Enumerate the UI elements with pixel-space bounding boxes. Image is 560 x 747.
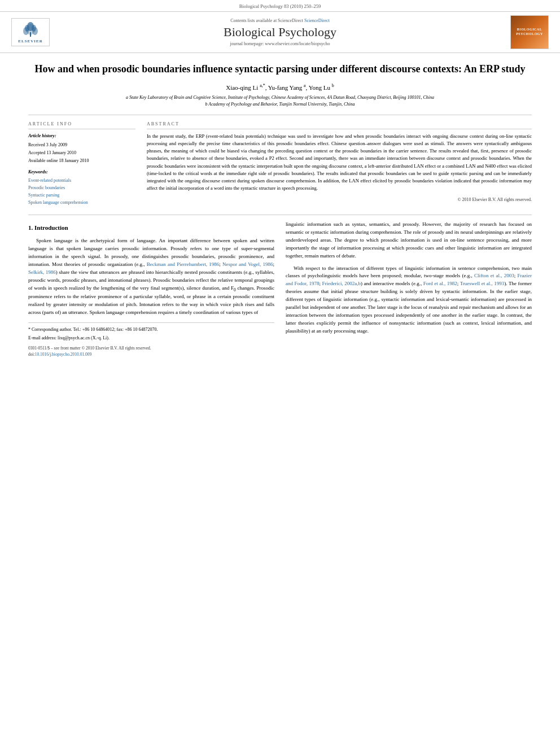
divider-top (28, 115, 532, 115)
authors-line: Xiao-qing Li a,*, Yu-fang Yang a, Yong L… (28, 83, 532, 91)
body-left-para1: Spoken language is the archetypical form… (28, 237, 274, 317)
footnotes-section: * Corresponding author. Tel.: +86 10 648… (28, 322, 274, 358)
elsevier-wordmark: ELSEVIER (18, 39, 42, 43)
journal-homepage-url: journal homepage: www.elsevier.com/locat… (50, 41, 510, 46)
svg-point-6 (32, 25, 36, 32)
journal-center-header: Contents lists available at ScienceDirec… (50, 18, 510, 46)
body-right-para1: linguistic information such as syntax, s… (286, 221, 532, 260)
article-info-label: ARTICLE INFO (28, 121, 135, 129)
ref-friederici[interactable]: Friederici, 2002a,b (322, 281, 361, 286)
publisher-bar: ELSEVIER Contents lists available at Sci… (0, 12, 560, 53)
ref-ford[interactable]: Ford et al., 1982 (423, 281, 457, 286)
body-columns: 1. Introduction Spoken language is the a… (28, 221, 532, 357)
keyword-3: Syntactic parsing (28, 192, 135, 199)
divider-mid (28, 215, 532, 215)
article-title: How and when prosodic boundaries influen… (28, 62, 532, 76)
abstract-text: In the present study, the ERP (event-rel… (147, 133, 532, 192)
abstract-label: ABSTRACT (147, 121, 532, 129)
keyword-2: Prosodic boundaries (28, 185, 135, 191)
received-date: Received 3 July 2009 (28, 142, 135, 148)
article-history-label: Article history: (28, 133, 135, 139)
affiliation-a: a State Key Laboratory of Brain and Cogn… (28, 94, 532, 101)
article-info-abstract: ARTICLE INFO Article history: Received 3… (28, 121, 532, 207)
affiliations: a State Key Laboratory of Brain and Cogn… (28, 94, 532, 108)
footnote-email: E-mail address: lixq@psych.ac.cn (X.-q. … (28, 335, 274, 342)
biopsych-logo: BIOLOGICALPSYCHOLOGY (510, 15, 549, 49)
biopsych-logo-text: BIOLOGICALPSYCHOLOGY (516, 28, 543, 37)
journal-title-large: Biological Psychology (50, 25, 510, 40)
ref-selkirk[interactable]: Selkirk, 1986 (28, 269, 56, 275)
sciencedirect-notice: Contents lists available at ScienceDirec… (50, 18, 510, 23)
keyword-1: Event-related potentials (28, 177, 135, 184)
journal-reference: Biological Psychology 83 (2010) 250–259 (0, 0, 560, 12)
accepted-date: Accepted 13 January 2010 (28, 150, 135, 156)
ref-nespor[interactable]: Nespor and Vogel, 1986 (222, 261, 273, 267)
body-right-column: linguistic information such as syntax, s… (286, 221, 532, 357)
section1-title: 1. Introduction (28, 223, 274, 233)
footnote-corresponding: * Corresponding author. Tel.: +86 10 648… (28, 326, 274, 333)
abstract-column: ABSTRACT In the present study, the ERP (… (147, 121, 532, 207)
ref-trueswell[interactable]: Trueswell et al., 1993 (460, 281, 505, 286)
svg-point-5 (25, 25, 29, 32)
ref-clifton[interactable]: Clifton et al., 2003 (474, 273, 514, 278)
doi-info: doi:10.1016/j.biopsycho.2010.01.009 (28, 351, 274, 357)
keyword-4: Spoken language comprehension (28, 199, 135, 206)
keywords-label: Keywords: (28, 169, 135, 176)
sciencedirect-link[interactable]: ScienceDirect (304, 18, 330, 23)
footer-copyright: 0301-0511/$ – see front matter © 2010 El… (28, 345, 274, 351)
elsevier-logo: ELSEVIER (11, 18, 50, 46)
doi-link[interactable]: 10.1016/j.biopsycho.2010.01.009 (35, 352, 92, 357)
body-right-para2: With respect to the interaction of diffe… (286, 265, 532, 335)
article-info-column: ARTICLE INFO Article history: Received 3… (28, 121, 135, 207)
available-date: Available online 18 January 2010 (28, 158, 135, 164)
elsevier-tree-icon (20, 21, 41, 38)
body-left-column: 1. Introduction Spoken language is the a… (28, 221, 274, 357)
article-content: How and when prosodic boundaries influen… (0, 53, 560, 366)
abstract-copyright: © 2010 Elsevier B.V. All rights reserved… (147, 196, 532, 203)
ref-beckman[interactable]: Beckman and Pierrehumbert, 1986 (147, 261, 219, 267)
affiliation-b: b Academy of Psychology and Behavior, Ti… (28, 101, 532, 108)
elsevier-logo-box: ELSEVIER (11, 18, 50, 46)
